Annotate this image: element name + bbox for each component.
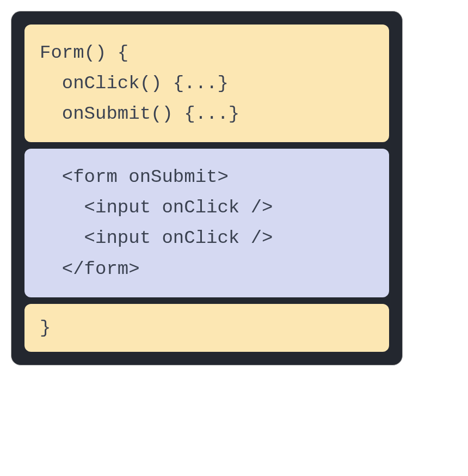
code-line: <input onClick /> xyxy=(40,192,374,223)
js-block-bottom: } xyxy=(24,304,389,352)
code-line: onClick() {...} xyxy=(40,68,374,99)
code-line: } xyxy=(40,313,374,343)
jsx-block: <form onSubmit> <input onClick /> <input… xyxy=(24,149,389,297)
code-line: onSubmit() {...} xyxy=(40,99,374,129)
diagram-container: Form() { onClick() {...} onSubmit() {...… xyxy=(11,11,403,365)
js-block-top: Form() { onClick() {...} onSubmit() {...… xyxy=(24,25,389,142)
code-line: </form> xyxy=(40,254,374,284)
code-line: <form onSubmit> xyxy=(40,162,374,192)
code-line: Form() { xyxy=(40,38,374,68)
code-line: <input onClick /> xyxy=(40,223,374,253)
